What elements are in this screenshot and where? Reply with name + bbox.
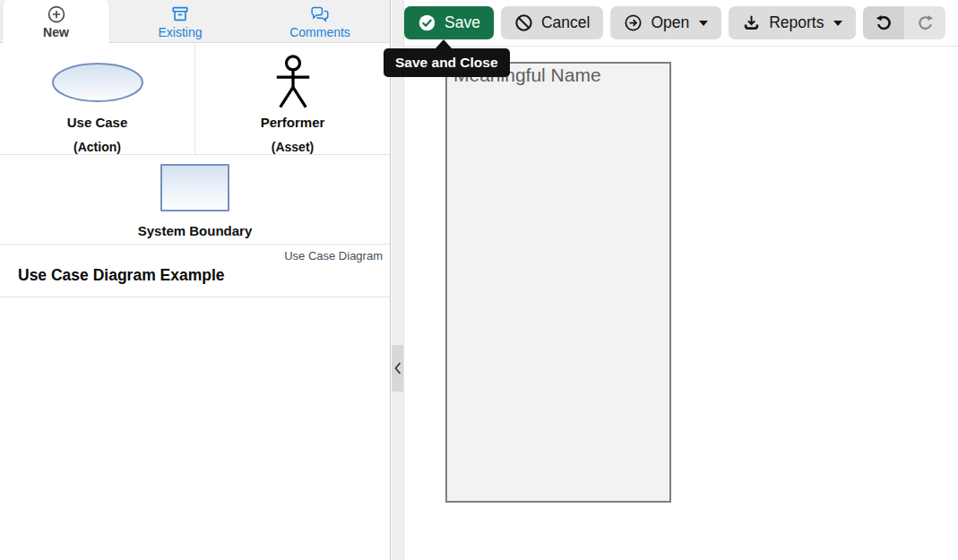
- palette-item-use-case[interactable]: Use Case (Action): [0, 43, 195, 154]
- tab-new-label: New: [43, 25, 69, 39]
- undo-button[interactable]: [863, 6, 904, 39]
- editor-toolbar: Save Cancel Open: [404, 0, 958, 47]
- diagram-title: Use Case Diagram Example: [18, 266, 225, 285]
- collapse-panel-button[interactable]: [392, 345, 403, 392]
- performer-actor-shape[interactable]: [272, 52, 314, 113]
- performer-actor-icon: [272, 55, 314, 111]
- palette-item-subtitle: (Asset): [272, 140, 314, 154]
- save-tooltip-text: Save and Close: [395, 55, 498, 70]
- comments-icon: [310, 4, 330, 24]
- palette-row-1: Use Case (Action) Performer (Asset): [0, 43, 390, 155]
- archive-icon: [170, 4, 190, 24]
- tab-existing[interactable]: Existing: [110, 0, 250, 42]
- caret-down-icon: [833, 21, 842, 26]
- open-dropdown-button[interactable]: Open: [610, 6, 721, 39]
- tab-existing-label: Existing: [158, 25, 202, 39]
- cancel-button[interactable]: Cancel: [501, 6, 603, 39]
- save-tooltip: Save and Close: [384, 48, 510, 77]
- redo-icon: [915, 13, 936, 33]
- use-case-ellipse-icon: [51, 62, 144, 103]
- diagram-type-label: Use Case Diagram: [284, 249, 383, 263]
- reports-dropdown-button[interactable]: Reports: [729, 6, 856, 39]
- open-button-label: Open: [651, 13, 689, 32]
- undo-icon: [874, 13, 894, 33]
- download-icon: [742, 13, 761, 32]
- diagram-editor: New Existing Comments: [0, 0, 958, 560]
- caret-down-icon: [699, 21, 708, 26]
- tab-comments[interactable]: Comments: [250, 0, 390, 42]
- plus-circle-icon: [47, 4, 66, 24]
- arrow-right-circle-icon: [624, 13, 643, 32]
- shape-palette-panel: New Existing Comments: [0, 0, 391, 560]
- reports-button-label: Reports: [769, 13, 824, 32]
- save-button[interactable]: Save: [404, 6, 494, 39]
- diagram-title-section: Use Case Diagram Use Case Diagram Exampl…: [0, 245, 390, 297]
- system-boundary-shape[interactable]: Meaningful Name: [445, 62, 671, 503]
- check-circle-icon: [418, 13, 436, 32]
- redo-button[interactable]: [904, 6, 945, 39]
- palette-item-system-boundary[interactable]: System Boundary: [0, 155, 390, 245]
- panel-splitter[interactable]: [392, 0, 404, 560]
- system-boundary-rect-icon[interactable]: [160, 164, 229, 211]
- palette-item-name: System Boundary: [138, 223, 253, 238]
- cancel-button-label: Cancel: [541, 13, 590, 32]
- slash-circle-icon: [514, 13, 533, 32]
- palette-item-name: Use Case: [67, 115, 128, 130]
- palette-item-name: Performer: [261, 115, 325, 130]
- tab-new[interactable]: New: [2, 0, 110, 43]
- use-case-ellipse-shape[interactable]: [51, 52, 144, 113]
- chevron-left-icon: [394, 362, 401, 375]
- palette-item-performer[interactable]: Performer (Asset): [195, 43, 390, 154]
- palette-item-subtitle: (Action): [73, 140, 121, 154]
- undo-redo-group: [863, 6, 945, 39]
- palette-tab-bar: New Existing Comments: [0, 0, 390, 43]
- save-button-label: Save: [444, 13, 480, 32]
- tab-comments-label: Comments: [289, 25, 350, 39]
